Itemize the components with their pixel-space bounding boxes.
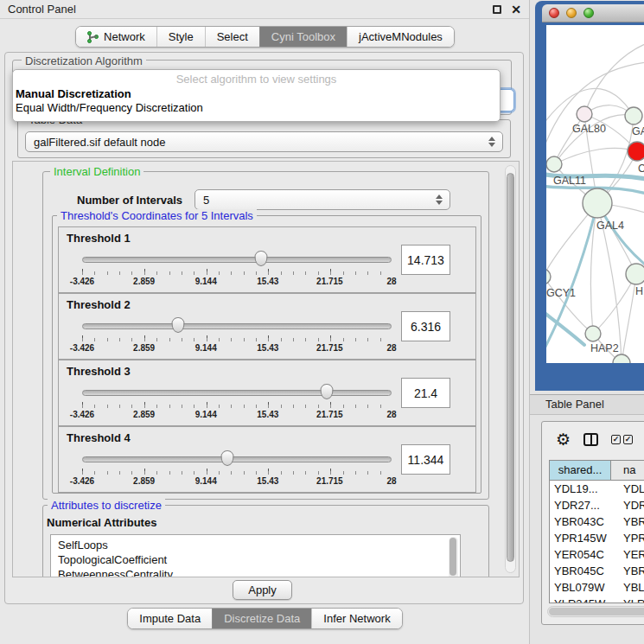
threshold-label: Threshold 2 (67, 298, 131, 311)
node-gal11[interactable] (546, 156, 562, 172)
number-of-intervals-combobox[interactable]: 5 (194, 189, 450, 210)
node-label: GA (632, 125, 644, 137)
checkbox-icon[interactable]: ✓ (611, 435, 621, 444)
mac-zoom-icon[interactable] (583, 8, 594, 18)
threshold-label: Threshold 4 (67, 431, 131, 444)
slider-minor-ticks (82, 471, 392, 475)
node-red[interactable] (628, 142, 644, 161)
node-gcy1[interactable] (546, 269, 551, 284)
slider-thumb[interactable] (171, 317, 184, 333)
threshold-panel-1: Threshold 1 -3.426 2.859 9.144 15.43 (58, 226, 476, 293)
control-panel: Control Panel ✕ Network Style Select Cyn… (0, 0, 530, 644)
tab-network[interactable]: Network (76, 27, 156, 47)
slider-track[interactable] (82, 390, 392, 396)
threshold-slider[interactable]: -3.426 2.859 9.144 15.43 21.715 28 (82, 316, 392, 354)
table-panel-toolbar: ⚙ ✓ ✓ (542, 422, 644, 456)
node-ga[interactable] (625, 107, 642, 124)
tab-impute-data[interactable]: Impute Data (128, 609, 212, 628)
gear-icon[interactable]: ⚙ (556, 431, 571, 448)
close-icon[interactable]: ✕ (511, 3, 521, 16)
tab-discretize-data[interactable]: Discretize Data (212, 609, 311, 628)
combo-spinner-icon (488, 137, 495, 147)
numerical-attributes-list[interactable]: SelfLoops TopologicalCoefficient Between… (50, 534, 461, 577)
slider-thumb[interactable] (254, 251, 267, 266)
tab-style[interactable]: Style (156, 27, 205, 47)
table-row[interactable]: YER054C YER0 (550, 546, 644, 563)
node-h[interactable] (626, 264, 644, 284)
apply-button[interactable]: Apply (233, 580, 292, 600)
table-row[interactable]: YBR045C YBR0 (550, 563, 644, 579)
attributes-group: Attributes to discretize Numerical Attri… (42, 505, 489, 577)
number-of-intervals-label: Number of Intervals (77, 194, 182, 207)
node-gal80[interactable] (577, 106, 592, 122)
table-panel-titlebar: Table Panel (530, 394, 644, 415)
node-label: GAL11 (553, 175, 586, 187)
slider-track[interactable] (82, 323, 392, 329)
bottom-tabbar: Impute Data Discretize Data Infer Networ… (0, 608, 530, 629)
float-window-icon[interactable] (493, 5, 501, 14)
table-panel: ⚙ ✓ ✓ shared... na YDL19... YDL1 YDR27..… (541, 421, 644, 625)
checkbox-icon[interactable]: ✓ (623, 435, 633, 444)
network-canvas[interactable]: GAL80 GA C GAL11 GAL4 GCY1 H HAP2 (546, 25, 644, 363)
algorithm-option-equal-width[interactable]: Equal Width/Frequency Discretization (13, 100, 500, 114)
table-panel-title: Table Panel (545, 398, 604, 411)
table-row[interactable]: YLR345W YLR3 (550, 596, 644, 603)
network-view-window[interactable]: GAL80 GA C GAL11 GAL4 GCY1 H HAP2 (535, 1, 644, 391)
algorithm-option-manual[interactable]: Manual Discretization (13, 86, 500, 100)
table-row[interactable]: YDR27... YDR2 (550, 497, 644, 513)
list-item[interactable]: BetweennessCentrality (51, 567, 460, 577)
tab-cyni-toolbox[interactable]: Cyni Toolbox (259, 27, 347, 47)
select-columns-icons: ✓ ✓ (611, 435, 633, 444)
threshold-label: Threshold 3 (67, 365, 131, 378)
mac-minimize-icon[interactable] (566, 8, 577, 18)
settings-vertical-scrollbar[interactable] (505, 165, 516, 573)
node-bottom[interactable] (613, 354, 630, 363)
column-layout-icon[interactable] (583, 433, 598, 446)
threshold-slider[interactable]: -3.426 2.859 9.144 15.43 21.715 28 (82, 450, 392, 488)
table-horizontal-scrollbar[interactable] (547, 606, 644, 617)
network-window-titlebar[interactable] (542, 4, 644, 22)
threshold-slider[interactable]: -3.426 2.859 9.144 15.43 21.715 28 (82, 250, 392, 288)
node-label: GCY1 (546, 287, 576, 299)
table-row[interactable]: YBL079W YBL0 (550, 579, 644, 596)
table-row[interactable]: YBR043C YBR0 (550, 513, 644, 530)
panel-title: Control Panel (8, 3, 76, 16)
mac-close-icon[interactable] (549, 8, 559, 18)
tab-select[interactable]: Select (205, 27, 259, 47)
threshold-value-field[interactable]: 21.4 (401, 378, 450, 408)
column-header-shared-name[interactable]: shared... (550, 461, 611, 480)
slider-track[interactable] (82, 257, 392, 263)
list-item[interactable]: TopologicalCoefficient (51, 552, 460, 567)
node-label: HAP2 (590, 342, 619, 354)
tab-infer-network[interactable]: Infer Network (311, 609, 401, 628)
node-hap2[interactable] (585, 326, 601, 341)
table-data-combobox[interactable]: galFiltered.sif default node (25, 131, 503, 152)
interval-definition-label: Interval Definition (50, 165, 143, 178)
table-row[interactable]: YDL19... YDL1 (550, 481, 644, 497)
slider-thumb[interactable] (320, 384, 333, 399)
list-scrollbar[interactable] (449, 537, 458, 577)
thresholds-group: Threshold's Coordinates for 5 Intervals … (52, 215, 481, 494)
settings-scroll-region: Interval Definition Number of Intervals … (12, 161, 520, 577)
combo-spinner-icon (436, 194, 443, 205)
threshold-panel-3: Threshold 3 -3.426 2.859 9.144 15.43 (58, 360, 476, 426)
list-item[interactable]: SelfLoops (51, 535, 460, 552)
threshold-value-field[interactable]: 11.344 (401, 444, 450, 475)
threshold-value-field[interactable]: 14.713 (401, 245, 450, 275)
slider-tick-labels: -3.426 2.859 9.144 15.43 21.715 28 (82, 410, 392, 420)
tab-network-label: Network (104, 30, 145, 43)
table-header-row: shared... na (550, 461, 644, 481)
node-label: GAL80 (572, 123, 606, 135)
node-gal4[interactable] (583, 188, 612, 218)
column-header-name[interactable]: na (611, 461, 644, 480)
table-row[interactable]: YPR145W YPR1 (550, 530, 644, 546)
slider-thumb[interactable] (221, 450, 234, 466)
bottom-tab-segment: Impute Data Discretize Data Infer Networ… (127, 608, 402, 629)
threshold-slider[interactable]: -3.426 2.859 9.144 15.43 21.715 28 (82, 383, 392, 421)
network-graph: GAL80 GA C GAL11 GAL4 GCY1 H HAP2 (546, 25, 644, 363)
network-icon (87, 31, 99, 43)
threshold-value-field[interactable]: 6.316 (401, 311, 450, 341)
top-tabbar: Network Style Select Cyni Toolbox jActiv… (0, 26, 530, 48)
slider-track[interactable] (82, 456, 392, 462)
tab-jactivemnodules[interactable]: jActiveMNodules (347, 27, 454, 47)
